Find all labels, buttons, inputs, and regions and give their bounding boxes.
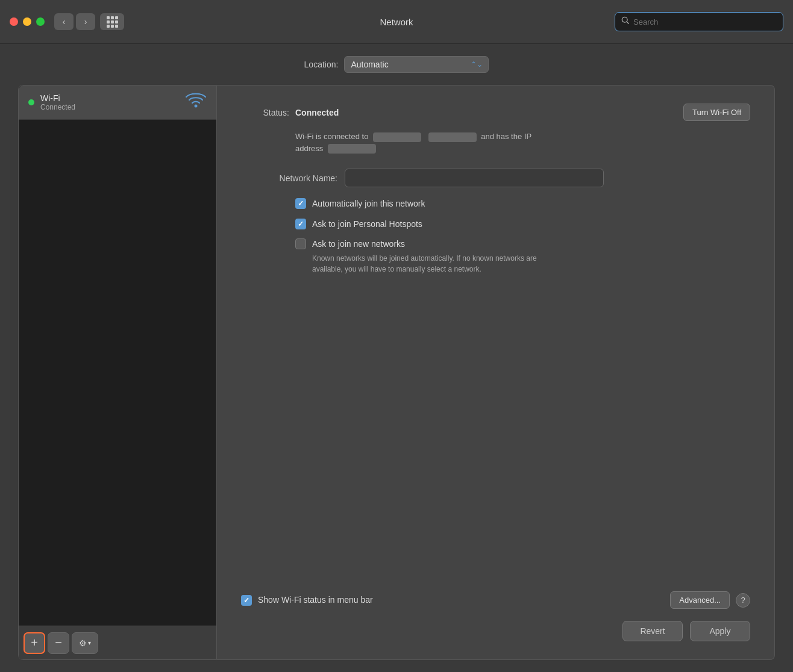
forward-button[interactable]: › — [76, 13, 95, 30]
network-name-label: Network Name: — [241, 173, 337, 183]
help-button[interactable]: ? — [736, 593, 750, 608]
status-desc-text: Wi-Fi is connected to — [295, 132, 368, 141]
wifi-icon — [185, 93, 207, 112]
auto-join-row: ✓ Automatically join this network — [295, 198, 750, 210]
ask-new-networks-label: Ask to join new networks — [312, 239, 405, 249]
checkmark-icon: ✓ — [298, 199, 304, 208]
ip-address-blurred — [328, 144, 376, 154]
status-label: Status: — [241, 108, 289, 117]
titlebar: ‹ › Network — [0, 0, 793, 44]
network-gear-button[interactable]: ⚙ ▾ — [72, 632, 98, 654]
location-select-wrapper: Automatic — [344, 56, 489, 73]
action-buttons: Revert Apply — [241, 621, 750, 641]
sidebar-bottom-bar: + − ⚙ ▾ — [19, 626, 216, 659]
show-wifi-checkbox[interactable]: ✓ — [241, 595, 252, 606]
show-wifi-row: ✓ Show Wi-Fi status in menu bar — [241, 594, 373, 606]
nav-buttons: ‹ › — [54, 13, 95, 30]
location-label: Location: — [304, 60, 339, 69]
status-row: Status: Connected Turn Wi-Fi Off — [241, 104, 750, 121]
location-row: Location: Automatic — [18, 56, 775, 73]
search-input[interactable] — [633, 17, 777, 26]
connection-status-dot — [28, 99, 34, 105]
back-button[interactable]: ‹ — [54, 13, 74, 30]
grid-view-button[interactable] — [100, 13, 124, 30]
turn-wifi-button[interactable]: Turn Wi-Fi Off — [683, 104, 750, 121]
show-wifi-label: Show Wi-Fi status in menu bar — [258, 594, 373, 606]
status-address-label: address — [295, 144, 323, 153]
checkmark-icon-3: ✓ — [243, 596, 249, 605]
close-button[interactable] — [10, 17, 18, 26]
auto-join-checkbox[interactable]: ✓ — [295, 198, 306, 209]
bottom-row: ✓ Show Wi-Fi status in menu bar Advanced… — [241, 591, 750, 609]
status-and-text: and has the IP — [481, 132, 531, 141]
bottom-right-actions: Advanced... ? — [670, 591, 750, 609]
gear-chevron-icon: ▾ — [88, 639, 91, 646]
add-network-button[interactable]: + — [24, 632, 45, 654]
svg-line-1 — [627, 22, 628, 23]
sidebar-item-wifi[interactable]: Wi-Fi Connected — [19, 86, 216, 120]
sidebar-item-info: Wi-Fi Connected — [40, 93, 185, 111]
sidebar-empty-area — [19, 120, 216, 626]
ask-new-networks-hint: Known networks will be joined automatica… — [312, 253, 565, 275]
sidebar-item-name: Wi-Fi — [40, 93, 185, 103]
sidebar-item-status: Connected — [40, 103, 185, 111]
window-title: Network — [380, 17, 413, 27]
settings-panel: Status: Connected Turn Wi-Fi Off Wi-Fi i… — [217, 85, 775, 660]
search-bar[interactable] — [615, 12, 783, 31]
ask-new-networks-checkbox[interactable] — [295, 238, 306, 249]
auto-join-label: Automatically join this network — [312, 198, 425, 210]
sidebar: Wi-Fi Connected + − — [18, 85, 217, 660]
window-controls — [10, 17, 45, 26]
main-content: Location: Automatic Wi-Fi Connected — [0, 44, 793, 672]
network-name-row: Network Name: — [241, 169, 750, 187]
body-panel: Wi-Fi Connected + − — [18, 85, 775, 660]
apply-button[interactable]: Apply — [690, 621, 750, 641]
minimize-button[interactable] — [23, 17, 31, 26]
status-description: Wi-Fi is connected to and has the IP add… — [295, 131, 750, 154]
checkmark-icon-2: ✓ — [298, 220, 304, 228]
ask-hotspots-label: Ask to join Personal Hotspots — [312, 219, 422, 231]
ask-hotspots-checkbox[interactable]: ✓ — [295, 219, 306, 229]
ask-hotspots-row: ✓ Ask to join Personal Hotspots — [295, 219, 750, 231]
location-select[interactable]: Automatic — [344, 56, 489, 73]
gear-icon: ⚙ — [79, 638, 87, 648]
maximize-button[interactable] — [36, 17, 45, 26]
ip-prefix-blurred — [428, 132, 477, 142]
network-name-input[interactable] — [345, 169, 604, 187]
revert-button[interactable]: Revert — [622, 621, 683, 641]
status-value: Connected — [295, 108, 339, 117]
spacer — [241, 283, 750, 582]
search-icon — [621, 16, 630, 27]
ask-new-networks-row: Ask to join new networks Known networks … — [295, 238, 750, 275]
remove-network-button[interactable]: − — [48, 632, 69, 654]
network-name-blurred — [373, 132, 421, 142]
svg-point-2 — [195, 105, 198, 108]
advanced-button[interactable]: Advanced... — [670, 591, 730, 609]
